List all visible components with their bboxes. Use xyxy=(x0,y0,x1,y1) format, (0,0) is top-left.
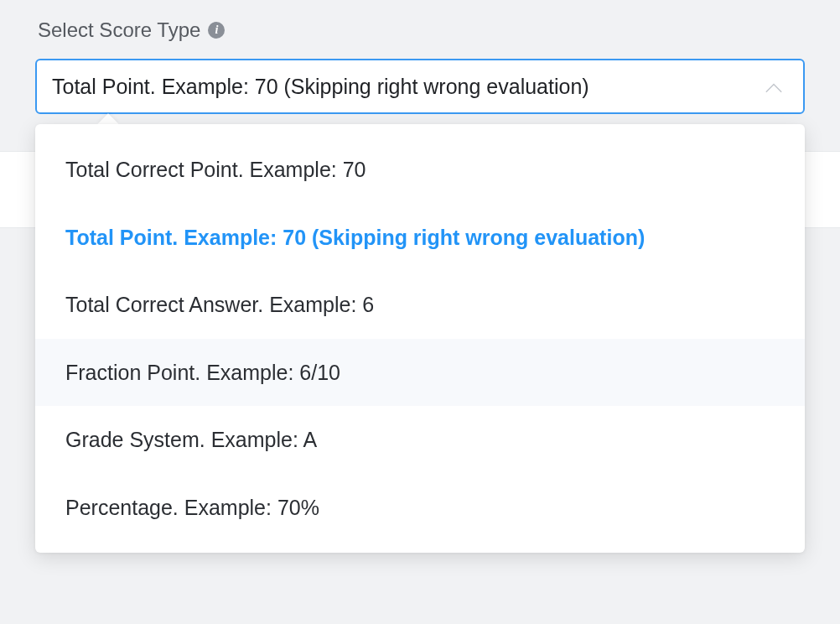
select-current-value: Total Point. Example: 70 (Skipping right… xyxy=(52,75,589,99)
field-label-row: Select Score Type i xyxy=(38,18,805,42)
chevron-up-icon xyxy=(765,82,783,94)
info-icon[interactable]: i xyxy=(208,22,225,39)
option-total-correct-answer[interactable]: Total Correct Answer. Example: 6 xyxy=(35,271,805,339)
option-percentage[interactable]: Percentage. Example: 70% xyxy=(35,474,805,542)
option-total-correct-point[interactable]: Total Correct Point. Example: 70 xyxy=(35,136,805,204)
option-label: Total Point. Example: 70 (Skipping right… xyxy=(65,226,645,249)
option-label: Percentage. Example: 70% xyxy=(65,496,319,519)
option-label: Total Correct Point. Example: 70 xyxy=(65,158,366,181)
option-label: Grade System. Example: A xyxy=(65,428,317,451)
score-type-select[interactable]: Total Point. Example: 70 (Skipping right… xyxy=(35,59,805,114)
score-type-field: Select Score Type i Total Point. Example… xyxy=(0,0,840,553)
option-label: Total Correct Answer. Example: 6 xyxy=(65,293,374,316)
option-fraction-point[interactable]: Fraction Point. Example: 6/10 xyxy=(35,339,805,407)
field-label-text: Select Score Type xyxy=(38,18,200,42)
option-label: Fraction Point. Example: 6/10 xyxy=(65,361,340,384)
score-type-dropdown: Total Correct Point. Example: 70 Total P… xyxy=(35,124,805,553)
option-total-point-skipping[interactable]: Total Point. Example: 70 (Skipping right… xyxy=(35,204,805,272)
dropdown-panel: Total Correct Point. Example: 70 Total P… xyxy=(35,124,805,553)
option-grade-system[interactable]: Grade System. Example: A xyxy=(35,406,805,474)
